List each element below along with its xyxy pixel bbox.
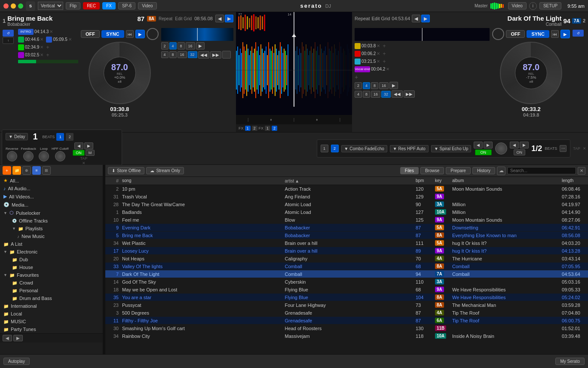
- fx-on-left[interactable]: ON: [73, 150, 85, 156]
- table-row[interactable]: 34 Wet Plastic Brain over a hill 111 5A …: [105, 239, 588, 247]
- fx-1-btn[interactable]: 1: [56, 133, 64, 141]
- fx-button[interactable]: FX: [102, 2, 116, 9]
- cue-1-color[interactable]: INTRO: [18, 29, 34, 35]
- store-offline-btn[interactable]: ⬇ Store Offline: [108, 167, 144, 174]
- platter-left[interactable]: 87.0 REL +0.0% ±8: [89, 42, 151, 104]
- add-track-btn[interactable]: +: [3, 166, 11, 175]
- fx-1-right-btn[interactable]: 1: [321, 145, 328, 152]
- col-length[interactable]: length: [560, 178, 588, 183]
- add-folder-btn[interactable]: 📁: [12, 166, 21, 175]
- off-right-btn[interactable]: OFF: [506, 30, 525, 38]
- cue-r1-close[interactable]: ✕: [377, 43, 380, 48]
- rec-button[interactable]: REC: [83, 2, 100, 9]
- autoplay-btn[interactable]: Autoplay: [3, 358, 30, 365]
- table-row[interactable]: 3 500 Degrees Grenadesafe 87 4A Tip The …: [105, 309, 588, 317]
- cue-r3-color[interactable]: [355, 59, 361, 65]
- loop2-8-right[interactable]: 8: [363, 91, 370, 98]
- fx-2-right-btn[interactable]: 2: [331, 145, 339, 152]
- sidebar-item-music[interactable]: 📁 MUSIC: [0, 318, 103, 325]
- sidebar-item-pulselocker[interactable]: ▼ ⬡ Pulselocker: [0, 209, 103, 217]
- fx-res-select[interactable]: ▼ Res HPF Auto: [390, 145, 429, 152]
- sidebar-item-local[interactable]: 📁 Local: [0, 310, 103, 318]
- sidebar-item-a-list[interactable]: 📁 A List: [0, 240, 103, 248]
- cue-lock-btn-left[interactable]: ↑: [3, 37, 14, 44]
- fx-3-center[interactable]: 1: [265, 126, 270, 131]
- sidebar-item-electronic[interactable]: ▼ 📁 Electronic: [0, 248, 103, 256]
- files-tab[interactable]: Files: [400, 167, 419, 174]
- sidebar-item-all-audio[interactable]: ♪ All Audio...: [0, 185, 103, 192]
- minimize-button[interactable]: [11, 3, 16, 9]
- col-bpm[interactable]: bpm: [414, 178, 433, 183]
- cue-r2-add[interactable]: +: [383, 51, 386, 57]
- cue-2b-color[interactable]: [46, 37, 52, 43]
- search-input[interactable]: [507, 167, 576, 174]
- table-row[interactable]: 10 Feel me Blow 125 9A Moon Mountain Sou…: [105, 216, 588, 224]
- table-row[interactable]: 9 Evening Dark Bobabacker 87 5A Downsett…: [105, 224, 588, 232]
- filter-btn[interactable]: ☁: [497, 167, 505, 175]
- my-serato-btn[interactable]: My Serato: [555, 358, 585, 365]
- cue-4-color[interactable]: [18, 52, 24, 58]
- sync-left-btn[interactable]: SYNC: [101, 30, 124, 38]
- table-row[interactable]: 17 Loosey Lucy Brain over a hill 89 9A h…: [105, 247, 588, 255]
- off-left-btn[interactable]: OFF: [81, 30, 100, 38]
- loop2-16-right[interactable]: 16: [371, 91, 380, 98]
- sidebar-item-international[interactable]: 📁 International: [0, 302, 103, 310]
- cue-1-close[interactable]: ✕: [49, 29, 53, 34]
- sidebar-item-favourites[interactable]: ▼ 📁 Favourites: [0, 271, 103, 279]
- loop2-16-left[interactable]: 16: [178, 51, 187, 58]
- fx-beats-extra[interactable]: ⋯: [560, 145, 567, 152]
- play-left-btn[interactable]: ▶: [135, 30, 145, 38]
- cue-prev-left[interactable]: ⏮: [126, 30, 134, 38]
- deck-right-repeat[interactable]: Repeat: [355, 16, 370, 21]
- loop-4-left[interactable]: 4: [169, 42, 177, 49]
- cue-r3-add[interactable]: +: [383, 59, 386, 65]
- deck-right-edit-grid[interactable]: Edit Grid: [371, 16, 390, 21]
- sidebar-item-dub[interactable]: 📁 Dub: [0, 256, 103, 263]
- cue-r5-add[interactable]: +: [355, 74, 358, 80]
- search-clear-btn[interactable]: ✕: [578, 167, 585, 175]
- fx-1-center[interactable]: 1: [245, 126, 251, 131]
- fx-reverse-knob[interactable]: [7, 151, 17, 161]
- sidebar-item-all[interactable]: ★ All...: [0, 176, 103, 185]
- cue-2-close[interactable]: ✕: [40, 37, 43, 42]
- sidebar-item-media[interactable]: 💿 Media...: [0, 201, 103, 209]
- prepare-tab[interactable]: Prepare: [446, 167, 471, 174]
- deck-right-back-btn[interactable]: ◀: [412, 15, 420, 22]
- platter-right[interactable]: 87.0 REL -7.5% ±8: [500, 42, 562, 104]
- sidebar-scroll-left[interactable]: ◀: [3, 335, 12, 341]
- cue-r3-close[interactable]: ✕: [377, 59, 380, 64]
- setup-button[interactable]: SETUP: [539, 2, 561, 9]
- sp6-button[interactable]: SP-6: [118, 2, 135, 9]
- sync-right-btn[interactable]: SYNC: [527, 30, 549, 38]
- cue-prev-right[interactable]: ⏮: [551, 30, 559, 38]
- pitch-slider-right[interactable]: [492, 28, 504, 40]
- loop-2-left[interactable]: 2: [161, 42, 168, 49]
- fx-feedback-knob[interactable]: [23, 151, 34, 161]
- history-tab[interactable]: History: [472, 167, 495, 174]
- table-row[interactable]: 35 You are a star Flying Blue 104 8A We …: [105, 294, 588, 301]
- deck-left-edit-grid[interactable]: Edit Grid: [175, 16, 192, 21]
- browse-tab[interactable]: Browse: [420, 167, 444, 174]
- table-row[interactable]: 11 Filthy - Filthy Joe Grenadesafe 87 6A…: [105, 317, 588, 325]
- deck-right-play-btn[interactable]: ▶: [421, 15, 430, 22]
- cue-r4-color[interactable]: Vocal end: [355, 66, 370, 72]
- table-row[interactable]: 31 Trash Vocal Ang Finland 129 9A 07:28.…: [105, 193, 588, 201]
- fx-nav3-left[interactable]: ◀: [510, 142, 519, 148]
- cue-r1-add[interactable]: +: [383, 43, 386, 49]
- fx-hpf-knob[interactable]: [55, 151, 65, 161]
- table-row[interactable]: 14 God Of The Sky Cyberskin 110 3A 05:03…: [105, 278, 588, 286]
- pitch-slider-left[interactable]: [147, 28, 159, 40]
- cue-2-color[interactable]: [18, 37, 24, 43]
- table-row[interactable]: 30 Smashing Up Mom's Golf cart Head of R…: [105, 325, 588, 332]
- cue-4-close[interactable]: ✕: [40, 53, 43, 57]
- fx-on2-right[interactable]: ON: [514, 149, 526, 155]
- sidebar-item-new-music[interactable]: ♪ New Music: [0, 232, 103, 240]
- col-album[interactable]: album: [450, 178, 560, 183]
- sidebar-item-crowd[interactable]: 📁 Crowd: [0, 279, 103, 287]
- cue-loop-btn-right[interactable]: ↺: [573, 30, 584, 37]
- cue-r2-close[interactable]: ✕: [377, 51, 380, 56]
- deck-left-play-btn[interactable]: ▶: [225, 15, 233, 22]
- play-right-btn[interactable]: ▶: [560, 30, 570, 38]
- loop2-next-left[interactable]: ▶▶: [210, 51, 221, 59]
- fx-tap-left[interactable]: TAP: [80, 156, 87, 161]
